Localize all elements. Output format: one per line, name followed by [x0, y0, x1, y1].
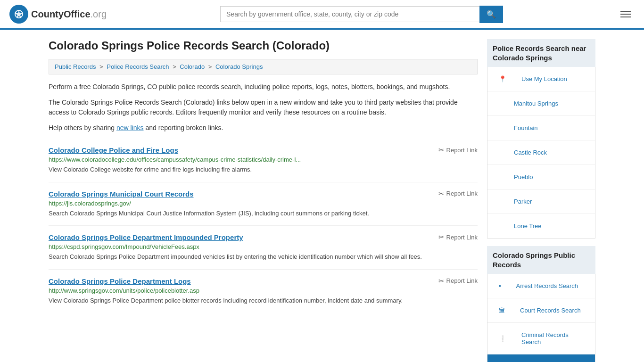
search-input[interactable] — [220, 6, 479, 22]
sidebar-nearby-link[interactable]: Manitou Springs — [487, 91, 595, 115]
sidebar-nearby-link[interactable]: Parker — [487, 189, 595, 214]
sidebar-nearby-link[interactable]: Castle Rock — [487, 140, 595, 165]
result-url[interactable]: https://cspd.springsgov.com/Impound/Vehi… — [49, 243, 478, 250]
breadcrumb-sep1: > — [99, 63, 105, 70]
nearby-label: Castle Rock — [508, 145, 553, 160]
sidebar-nearby-link[interactable]: Pueblo — [487, 165, 595, 189]
nearby-label: Manitou Springs — [508, 96, 564, 111]
result-desc: Search Colorado Springs Municipal Court … — [49, 209, 478, 218]
nearby-label: Fountain — [508, 120, 544, 136]
header-right — [617, 7, 635, 21]
report-icon: ✂ — [438, 190, 444, 197]
sidebar-nearby-link[interactable]: 📍 Use My Location — [487, 67, 595, 91]
nearby-label: Lone Tree — [508, 218, 547, 234]
sidebar-nearby-item: Lone Tree — [487, 214, 595, 238]
logo-icon — [9, 5, 28, 24]
records-label: Police Records Search — [514, 359, 587, 362]
sidebar-nearby-link[interactable]: Fountain — [487, 116, 595, 140]
nearby-label: Pueblo — [508, 169, 538, 185]
result-title[interactable]: Colorado College Police and Fire Logs — [49, 146, 178, 154]
breadcrumb-police-records[interactable]: Police Records Search — [107, 63, 169, 70]
report-link[interactable]: ✂ Report Link — [438, 190, 478, 197]
sidebar-nearby-item: Castle Rock — [487, 140, 595, 165]
sidebar-public-records-item: ⚙ Police Records Search — [487, 354, 595, 362]
search-button[interactable]: 🔍 — [479, 6, 503, 23]
main-layout: Colorado Springs Police Records Search (… — [39, 30, 605, 362]
desc3-pre: Help others by sharing — [49, 124, 116, 132]
page-title: Colorado Springs Police Records Search (… — [49, 39, 478, 52]
sidebar-records-link[interactable]: ❕ Criminal Records Search — [487, 323, 595, 354]
hamburger-icon — [620, 11, 631, 17]
records-icon: 🏛 — [493, 303, 511, 318]
sidebar-nearby-list: 📍 Use My Location Manitou Springs Founta… — [487, 67, 595, 239]
desc3-post: and reporting broken links. — [144, 124, 223, 132]
sidebar-nearby-section: Police Records Search near Colorado Spri… — [487, 39, 595, 239]
records-icon: ▪ — [493, 278, 507, 294]
breadcrumb-sep2: > — [173, 63, 178, 70]
result-desc: View Colorado Springs Police Department … — [49, 296, 478, 305]
sidebar-public-records-list: ▪ Arrest Records Search 🏛 Court Records … — [487, 274, 595, 362]
breadcrumb-colorado[interactable]: Colorado — [180, 63, 205, 70]
breadcrumb-colorado-springs[interactable]: Colorado Springs — [215, 63, 263, 70]
sidebar-records-link[interactable]: 🏛 Court Records Search — [487, 298, 595, 322]
logo-text: CountyOffice.org — [31, 9, 107, 20]
report-link-label: Report Link — [446, 277, 478, 284]
sidebar: Police Records Search near Colorado Spri… — [487, 39, 595, 362]
menu-button[interactable] — [617, 7, 635, 21]
report-link[interactable]: ✂ Report Link — [438, 146, 478, 154]
nearby-icon — [493, 173, 504, 181]
result-title[interactable]: Colorado Springs Police Department Logs — [49, 277, 191, 285]
sidebar-nearby-item: Manitou Springs — [487, 91, 595, 116]
records-icon: ⚙ — [493, 359, 510, 362]
report-link-label: Report Link — [446, 147, 478, 154]
breadcrumb-sep3: > — [208, 63, 214, 70]
sidebar-nearby-item: Parker — [487, 189, 595, 214]
sidebar-records-link[interactable]: ⚙ Police Records Search — [487, 354, 595, 362]
sidebar-nearby-link[interactable]: Lone Tree — [487, 214, 595, 238]
sidebar-records-link[interactable]: ▪ Arrest Records Search — [487, 274, 595, 298]
sidebar-nearby-item: Pueblo — [487, 165, 595, 189]
sidebar-nearby-item: Fountain — [487, 116, 595, 140]
result-item: Colorado Springs Police Department Logs … — [49, 270, 478, 313]
result-title[interactable]: Colorado Springs Municipal Court Records — [49, 190, 194, 198]
nearby-icon — [493, 124, 504, 132]
breadcrumb-public-records[interactable]: Public Records — [55, 63, 96, 70]
description-1: Perform a free Colorado Springs, CO publ… — [49, 82, 478, 92]
nearby-icon: 📍 — [493, 71, 512, 87]
new-links-link[interactable]: new links — [116, 124, 144, 132]
result-desc: View Colorado College website for crime … — [49, 165, 478, 174]
sidebar-public-records-item: ▪ Arrest Records Search — [487, 274, 595, 298]
sidebar-public-records-item: 🏛 Court Records Search — [487, 298, 595, 323]
sidebar-nearby-title: Police Records Search near Colorado Spri… — [487, 39, 595, 67]
nearby-label: Use My Location — [516, 71, 573, 87]
report-link-label: Report Link — [446, 234, 478, 241]
nearby-icon — [493, 148, 504, 157]
nearby-icon — [493, 222, 504, 230]
report-icon: ✂ — [438, 146, 444, 154]
result-item: Colorado Springs Municipal Court Records… — [49, 182, 478, 226]
search-area: 🔍 — [220, 6, 503, 23]
records-label: Arrest Records Search — [511, 278, 584, 294]
result-url[interactable]: https://jis.coloradosprings.gov/ — [49, 200, 478, 207]
report-link-label: Report Link — [446, 190, 478, 197]
result-url[interactable]: http://www.springsgov.com/units/police/p… — [49, 287, 478, 294]
result-desc: Search Colorado Springs Police Departmen… — [49, 252, 478, 262]
nearby-icon — [493, 197, 504, 206]
breadcrumb: Public Records > Police Records Search >… — [49, 59, 478, 74]
description-3: Help others by sharing new links and rep… — [49, 123, 478, 133]
result-title[interactable]: Colorado Springs Police Department Impou… — [49, 233, 243, 241]
report-link[interactable]: ✂ Report Link — [438, 277, 478, 285]
report-icon: ✂ — [438, 233, 444, 241]
records-label: Court Records Search — [514, 303, 586, 318]
report-link[interactable]: ✂ Report Link — [438, 233, 478, 241]
description-2: The Colorado Springs Police Records Sear… — [49, 98, 478, 117]
nearby-label: Parker — [508, 194, 537, 209]
content-area: Colorado Springs Police Records Search (… — [49, 39, 478, 362]
logo-area: CountyOffice.org — [9, 5, 107, 24]
results-list: Colorado College Police and Fire Logs ✂ … — [49, 139, 478, 313]
sidebar-public-records-section: Colorado Springs Public Records ▪ Arrest… — [487, 246, 595, 362]
result-url[interactable]: https://www.coloradocollege.edu/offices/… — [49, 156, 478, 163]
sidebar-nearby-item: 📍 Use My Location — [487, 67, 595, 91]
records-label: Criminal Records Search — [516, 327, 589, 350]
sidebar-public-records-title: Colorado Springs Public Records — [487, 246, 595, 274]
